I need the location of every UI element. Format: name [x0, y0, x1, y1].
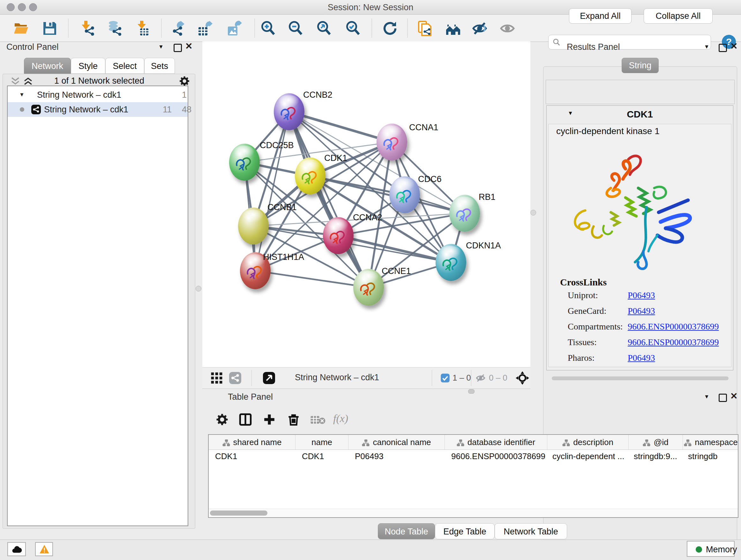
column-header-canonical-name[interactable]: canonical name — [348, 435, 445, 449]
cloud-button[interactable] — [7, 542, 26, 556]
results-panel-menu-caret[interactable]: ▼ — [704, 44, 710, 50]
copy-documents-icon[interactable] — [417, 21, 433, 36]
network-node-ccna1[interactable] — [377, 124, 407, 161]
column-header-shared-name[interactable]: shared name — [209, 435, 295, 449]
export-network-icon[interactable] — [171, 21, 186, 36]
tab-network-table[interactable]: Network Table — [495, 523, 567, 539]
zoom-fit-icon[interactable] — [316, 21, 332, 36]
table-options-gear-icon[interactable] — [216, 413, 228, 426]
hide-unhide-icon[interactable] — [472, 21, 487, 36]
network-node-ccne1[interactable] — [353, 269, 384, 306]
network-node-rb1[interactable] — [449, 195, 480, 232]
network-row[interactable]: String Network – cdk1 11 48 — [8, 102, 188, 117]
column-header-name[interactable]: name — [295, 435, 348, 449]
results-panel-close-icon[interactable]: ✕ — [730, 41, 738, 51]
export-image-icon[interactable] — [226, 21, 242, 36]
tab-edge-table[interactable]: Edge Table — [435, 523, 495, 539]
table-cell[interactable]: cyclin-dependent ... — [547, 449, 629, 463]
tab-node-table[interactable]: Node Table — [378, 523, 435, 539]
grid-view-icon[interactable] — [211, 372, 223, 384]
zoom-in-icon[interactable] — [260, 21, 276, 36]
open-session-icon[interactable] — [13, 21, 29, 36]
network-node-ccnb2[interactable] — [274, 93, 305, 130]
expand-all-button[interactable]: Expand All — [569, 8, 631, 23]
hidden-eye-slash-icon[interactable] — [475, 373, 486, 383]
tab-string[interactable]: String — [622, 58, 659, 73]
collapse-all-button[interactable]: Collapse All — [644, 8, 713, 23]
table-cell[interactable]: CDK1 — [295, 449, 348, 463]
network-node-ccnb1[interactable] — [238, 207, 269, 245]
network-options-gear-icon[interactable] — [179, 76, 190, 86]
node-structure-thumbnail — [394, 185, 415, 207]
crosslink-link[interactable]: 9606.ENSP00000378699 — [628, 321, 719, 332]
crosslink-link[interactable]: P06493 — [628, 290, 655, 300]
tab-select[interactable]: Select — [105, 58, 144, 74]
column-header-namespace[interactable]: namespace — [683, 435, 738, 449]
zoom-out-icon[interactable] — [288, 21, 303, 36]
results-panel-float-icon[interactable] — [719, 44, 727, 52]
save-session-icon[interactable] — [42, 21, 57, 36]
table-panel-menu-caret[interactable]: ▼ — [704, 394, 710, 400]
crosslink-link[interactable]: P06493 — [628, 353, 655, 363]
apply-function-button[interactable]: f(x) — [333, 413, 348, 425]
toolbar-separator — [407, 19, 408, 37]
network-share-toggle-icon[interactable] — [229, 372, 241, 384]
column-header-@id[interactable]: @id — [629, 435, 683, 449]
table-cell[interactable]: 9606.ENSP00000378699 — [445, 449, 547, 463]
node-label-cdc25b: CDC25B — [260, 140, 294, 150]
control-panel-close-icon[interactable]: ✕ — [185, 41, 192, 51]
network-node-cdk1[interactable] — [295, 158, 326, 194]
tab-style[interactable]: Style — [71, 58, 105, 74]
network-view-canvas[interactable]: CCNB2CCNA1CDC25BCDK1CDC6RB1CCNB1CCNA2CDK… — [202, 42, 530, 367]
import-network-from-database-icon[interactable] — [106, 21, 122, 36]
crosslink-link[interactable]: P06493 — [628, 306, 655, 316]
delete-column-icon[interactable] — [287, 413, 300, 426]
network-edge[interactable] — [255, 112, 289, 271]
fit-content-crosshair-icon[interactable] — [516, 371, 529, 385]
import-table-icon[interactable] — [134, 21, 150, 36]
refresh-layout-icon[interactable] — [382, 21, 398, 36]
network-node-ccna2[interactable] — [323, 217, 354, 254]
zoom-selected-icon[interactable] — [345, 21, 360, 36]
table-cell[interactable]: stringdb — [683, 449, 738, 463]
results-scrollbar[interactable] — [552, 376, 729, 380]
node-label-cdkn1a: CDKN1A — [466, 241, 501, 251]
delete-table-icon[interactable] — [310, 415, 326, 425]
warnings-button[interactable] — [35, 542, 53, 556]
horizontal-splitter-handle[interactable] — [468, 389, 475, 394]
table-cell[interactable]: P06493 — [348, 449, 445, 463]
column-header-description[interactable]: description — [547, 435, 629, 449]
network-node-cdkn1a[interactable] — [435, 244, 466, 281]
table-cell[interactable]: CDK1 — [209, 449, 295, 463]
network-node-cdc25b[interactable] — [229, 144, 260, 181]
birdseye-view-icon[interactable] — [263, 372, 275, 384]
control-panel-menu-caret[interactable]: ▼ — [158, 44, 164, 50]
selected-checkbox-icon[interactable] — [441, 373, 450, 383]
crosslink-link[interactable]: 9606.ENSP00000378699 — [628, 337, 719, 348]
table-hscrollbar-track[interactable] — [209, 509, 738, 517]
tab-network[interactable]: Network — [24, 58, 71, 74]
export-table-icon[interactable] — [197, 21, 212, 36]
node-structure-thumbnail — [299, 166, 321, 188]
table-panel-close-icon[interactable]: ✕ — [730, 391, 738, 401]
left-splitter-handle[interactable] — [196, 286, 201, 292]
network-status-dot — [20, 107, 24, 112]
results-panel-title: Results Panel — [567, 42, 620, 52]
import-network-icon[interactable] — [79, 21, 94, 36]
tree-expand-caret-icon[interactable]: ▼ — [19, 87, 24, 102]
warning-icon — [39, 544, 50, 554]
right-splitter-handle[interactable] — [530, 210, 536, 215]
show-eye-icon[interactable] — [500, 21, 515, 36]
column-header-database-identifier[interactable]: database identifier — [445, 435, 547, 449]
table-hscrollbar-thumb[interactable] — [210, 510, 267, 516]
control-panel-float-icon[interactable] — [174, 44, 182, 52]
network-node-cdc6[interactable] — [389, 176, 420, 213]
table-cell[interactable]: stringdb:9... — [629, 449, 683, 463]
show-columns-icon[interactable] — [239, 413, 252, 426]
home-networks-icon[interactable] — [446, 21, 461, 36]
network-collection-row[interactable]: ▼ String Network – cdk1 1 — [8, 87, 188, 102]
tab-sets[interactable]: Sets — [144, 58, 175, 74]
memory-button[interactable]: Memory — [687, 541, 735, 557]
table-panel-float-icon[interactable] — [719, 394, 727, 402]
add-column-icon[interactable] — [263, 413, 276, 426]
